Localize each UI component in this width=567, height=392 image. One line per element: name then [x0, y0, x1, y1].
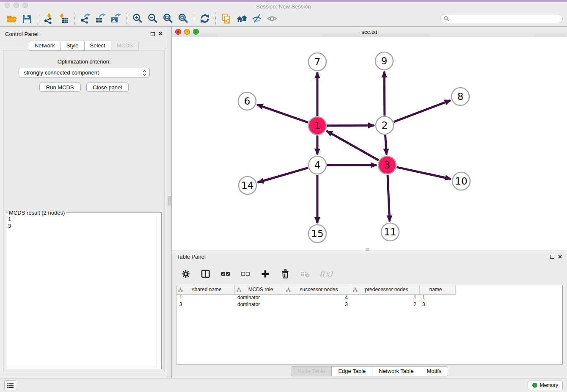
graph-node[interactable]: 14 [239, 177, 256, 194]
table-cell[interactable]: dominator [234, 294, 284, 301]
first-neighbors-button[interactable] [234, 12, 249, 25]
graph-node[interactable]: 6 [238, 92, 256, 110]
table-settings-button[interactable] [180, 268, 191, 279]
table-cell[interactable]: 3 [419, 301, 455, 308]
graph-edge[interactable] [327, 125, 374, 126]
network-minimize-button[interactable]: − [184, 29, 190, 35]
tab-network-table[interactable]: Network Table [372, 366, 420, 376]
panel-splitter[interactable] [168, 27, 172, 378]
search-input[interactable] [449, 16, 559, 22]
graph-node[interactable]: 2 [376, 116, 394, 134]
graph-node-label: 9 [381, 55, 388, 66]
houses-icon [236, 13, 247, 24]
graph-edge[interactable] [327, 131, 379, 160]
graph-node[interactable]: 7 [308, 53, 326, 71]
zoom-fit-icon [162, 13, 173, 24]
table-cell[interactable]: 2 [351, 301, 419, 308]
graph-node[interactable]: 3 [378, 156, 396, 174]
tab-style[interactable]: Style [61, 41, 84, 51]
graph-edge[interactable] [384, 72, 385, 116]
network-graph[interactable]: 7968124314101511 [172, 37, 566, 251]
graph-edge[interactable] [396, 167, 451, 179]
result-scrollbar[interactable] [156, 216, 161, 368]
zoom-fit-button[interactable] [160, 12, 176, 25]
delete-table-button[interactable] [300, 268, 311, 279]
toggle-columns-button[interactable] [200, 268, 211, 279]
table-cell[interactable]: 1 [419, 294, 455, 301]
tab-motifs[interactable]: Motifs [420, 366, 448, 376]
import-network-button[interactable] [41, 12, 56, 25]
table-cell[interactable]: 4 [284, 294, 351, 301]
close-panel-icon[interactable]: × [159, 31, 162, 36]
new-network-from-selection-button[interactable] [219, 12, 234, 25]
graph-node[interactable]: 11 [381, 223, 399, 241]
column-header-predecessor-nodes[interactable]: predecessor nodes [351, 285, 419, 294]
search-field[interactable] [440, 14, 563, 23]
splitter-grip[interactable] [168, 196, 171, 205]
graph-node[interactable]: 8 [451, 88, 469, 105]
memory-status-icon [532, 383, 537, 388]
network-window-titlebar[interactable]: × − + scc.txt [172, 27, 567, 37]
graph-node[interactable]: 15 [308, 225, 326, 243]
export-network-button[interactable] [78, 12, 93, 25]
export-image-button[interactable] [108, 12, 124, 25]
tab-network[interactable]: Network [29, 41, 61, 51]
column-header-successor-nodes[interactable]: successor nodes [284, 285, 351, 294]
delete-column-button[interactable] [280, 268, 291, 279]
graph-edge[interactable] [385, 135, 386, 155]
apply-layout-button[interactable] [197, 12, 212, 25]
network-close-button[interactable]: × [175, 29, 181, 35]
optimization-criterion-select[interactable]: strongly connected component [19, 68, 150, 77]
memory-button[interactable]: Memory [528, 381, 563, 390]
deselect-all-button[interactable] [240, 268, 251, 279]
table-cell[interactable]: dominator [234, 301, 284, 308]
column-header-mcds-role[interactable]: MCDS role [234, 285, 284, 294]
task-history-button[interactable] [4, 380, 16, 390]
save-session-button[interactable] [19, 12, 35, 25]
app-minimize-button[interactable] [14, 3, 19, 8]
zoom-selected-button[interactable] [176, 12, 191, 25]
table-cell[interactable]: 3 [284, 301, 351, 308]
zoom-out-button[interactable] [145, 12, 160, 25]
table-cell[interactable]: 3 [176, 301, 234, 308]
graph-edge[interactable] [257, 105, 308, 122]
tab-edge-table[interactable]: Edge Table [331, 366, 372, 376]
graph-edge[interactable] [394, 100, 451, 122]
import-table-button[interactable] [56, 12, 72, 25]
column-header-shared-name[interactable]: shared name [176, 285, 234, 294]
app-traffic-lights[interactable] [5, 3, 28, 8]
graph-edge[interactable] [388, 175, 390, 221]
network-canvas[interactable]: 7968124314101511 [172, 37, 567, 251]
select-all-button[interactable] [220, 268, 231, 279]
graph-node[interactable]: 4 [308, 156, 326, 174]
tab-node-table[interactable]: Node Table [291, 366, 332, 376]
export-table-button[interactable] [93, 12, 108, 25]
graph-edge[interactable] [258, 168, 308, 182]
close-table-panel-icon[interactable]: × [558, 254, 562, 259]
close-panel-button[interactable]: Close panel [86, 83, 129, 92]
network-zoom-button[interactable]: + [193, 29, 199, 35]
hide-selected-button[interactable] [249, 12, 264, 25]
show-all-button[interactable] [264, 12, 280, 25]
tab-mcds[interactable]: MCDS [111, 41, 139, 51]
run-mcds-button[interactable]: Run MCDS [39, 83, 81, 92]
open-session-button[interactable] [4, 12, 19, 25]
graph-node[interactable]: 1 [308, 117, 326, 135]
float-panel-icon[interactable] [151, 32, 155, 36]
app-close-button[interactable] [5, 3, 10, 8]
float-table-panel-icon[interactable] [550, 255, 554, 259]
zoom-in-button[interactable] [130, 12, 145, 25]
app-maximize-button[interactable] [22, 3, 28, 8]
create-column-button[interactable] [260, 268, 271, 279]
table-cell[interactable]: 1 [176, 294, 234, 301]
tree-icon [286, 287, 291, 292]
table-cell[interactable]: 1 [351, 294, 419, 301]
column-header-name[interactable]: name [419, 285, 455, 294]
network-splitter-grip[interactable] [366, 248, 369, 251]
function-builder-button[interactable]: f(x) [319, 268, 333, 279]
table-row[interactable]: 1dominator411 [176, 294, 455, 301]
table-row[interactable]: 3dominator323 [176, 301, 455, 308]
tab-select[interactable]: Select [84, 41, 111, 51]
graph-node[interactable]: 10 [452, 172, 470, 190]
graph-node[interactable]: 9 [375, 52, 393, 70]
